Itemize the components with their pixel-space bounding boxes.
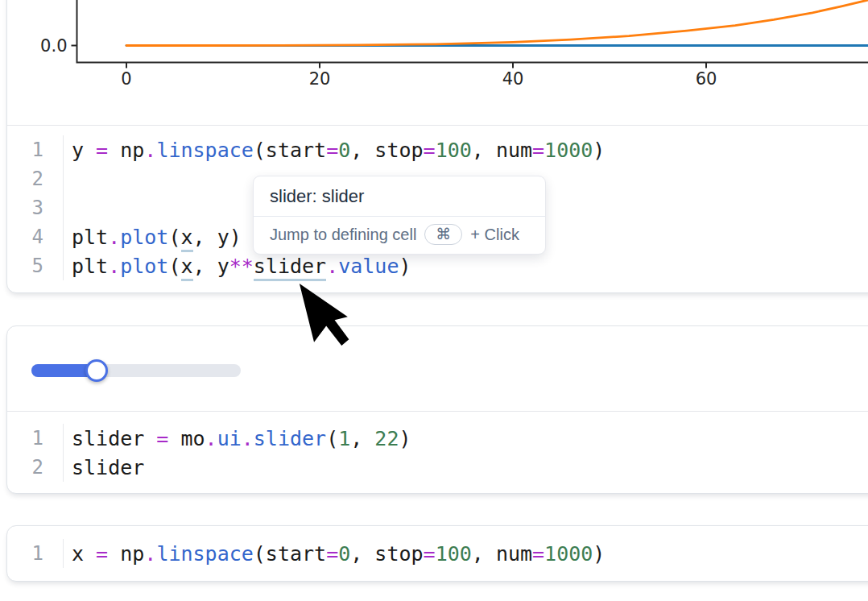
line-number: 1 xyxy=(7,424,64,453)
marimo-notebook: 1y = np.linspace(start=0, stop=100, num=… xyxy=(0,0,868,601)
variable-tooltip: slider: slider Jump to defining cell ⌘ +… xyxy=(253,176,546,255)
code-text: slider xyxy=(64,456,144,479)
slider-thumb[interactable] xyxy=(85,359,108,382)
slider-track[interactable] xyxy=(31,364,241,377)
code-editor-slider[interactable]: 1slider = mo.ui.slider(1, 22)2slider xyxy=(7,424,868,482)
cell-x: 1x = np.linspace(start=0, stop=100, num=… xyxy=(6,525,868,582)
tooltip-shortcut-suffix: + Click xyxy=(470,226,519,244)
tooltip-title: slider: slider xyxy=(254,176,545,216)
code-line[interactable]: 1y = np.linspace(start=0, stop=100, num=… xyxy=(7,135,868,164)
command-key-icon: ⌘ xyxy=(424,224,462,245)
tooltip-action-label: Jump to defining cell xyxy=(270,226,416,244)
code-text: plt.plot(x, y) xyxy=(64,226,242,249)
line-number: 4 xyxy=(7,222,64,251)
line-number: 2 xyxy=(7,164,64,193)
code-line[interactable]: 1x = np.linspace(start=0, stop=100, num=… xyxy=(7,539,868,568)
line-number: 2 xyxy=(7,453,64,482)
cell-slider: 1slider = mo.ui.slider(1, 22)2slider xyxy=(6,325,868,494)
line-number: 1 xyxy=(7,539,64,568)
code-editor-x[interactable]: 1x = np.linspace(start=0, stop=100, num=… xyxy=(7,539,868,568)
code-text: plt.plot(x, y**slider.value) xyxy=(64,255,411,278)
code-text: x = np.linspace(start=0, stop=100, num=1… xyxy=(64,542,605,566)
output-code-divider xyxy=(7,125,868,126)
output-code-divider xyxy=(7,411,868,412)
code-text: y = np.linspace(start=0, stop=100, num=1… xyxy=(64,139,605,162)
code-text: slider = mo.ui.slider(1, 22) xyxy=(64,427,411,450)
code-line[interactable]: 5plt.plot(x, y**slider.value) xyxy=(7,251,868,280)
line-number: 5 xyxy=(7,251,64,280)
jump-to-defining-cell[interactable]: Jump to defining cell ⌘ + Click xyxy=(254,216,545,254)
code-line[interactable]: 1slider = mo.ui.slider(1, 22) xyxy=(7,424,868,453)
code-line[interactable]: 2slider xyxy=(7,453,868,482)
line-number: 1 xyxy=(7,135,64,164)
line-number: 3 xyxy=(7,193,64,222)
